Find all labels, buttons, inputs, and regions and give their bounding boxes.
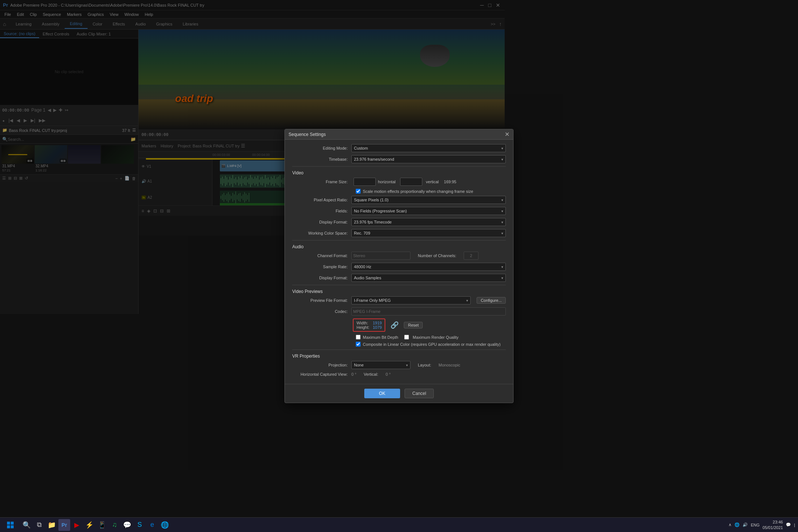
timebase-select[interactable]: 23.976 frames/second ▾ bbox=[351, 155, 505, 163]
dialog-title: Sequence Settings bbox=[289, 132, 326, 137]
pixel-aspect-label: Pixel Aspect Ratio: bbox=[292, 198, 351, 202]
channel-format-value: Stereo bbox=[351, 252, 410, 260]
fields-label: Fields: bbox=[292, 209, 351, 213]
sample-rate-row: Sample Rate: 48000 Hz ▾ bbox=[292, 263, 505, 271]
editing-mode-label: Editing Mode: bbox=[292, 146, 351, 150]
horizontal-label: horizontal bbox=[378, 180, 396, 184]
pixel-aspect-value: Square Pixels (1.0) bbox=[354, 198, 389, 202]
dialog-overlay: Sequence Settings ✕ Editing Mode: Custom… bbox=[0, 0, 505, 332]
width-value: 1919 bbox=[373, 321, 382, 325]
editing-mode-value: Custom bbox=[354, 146, 368, 150]
dialog-titlebar: Sequence Settings ✕ bbox=[285, 129, 505, 140]
aspect-ratio: 169:95 bbox=[444, 180, 457, 184]
audio-display-format-control: Audio Samples ▾ bbox=[351, 274, 505, 282]
audio-section-header: Audio bbox=[292, 244, 505, 249]
timebase-label: Timebase: bbox=[292, 157, 351, 161]
audio-display-format-value: Audio Samples bbox=[354, 276, 381, 280]
editing-mode-control: Custom ▾ bbox=[351, 144, 505, 152]
chevron-down-icon: ▾ bbox=[501, 231, 503, 235]
scale-label: Scale motion effects proportionally when… bbox=[363, 189, 473, 194]
height-value: 1079 bbox=[373, 325, 382, 330]
width-row: Width: 1919 bbox=[357, 321, 382, 325]
fields-row: Fields: No Fields (Progressive Scan) ▾ bbox=[292, 207, 505, 215]
pixel-aspect-select[interactable]: Square Pixels (1.0) ▾ bbox=[351, 196, 505, 204]
audio-display-format-row: Display Format: Audio Samples ▾ bbox=[292, 274, 505, 282]
editing-mode-select[interactable]: Custom ▾ bbox=[351, 144, 505, 152]
chevron-down-icon: ▾ bbox=[501, 146, 503, 150]
display-format-value: 23.976 fps Timecode bbox=[354, 220, 392, 224]
dialog-body: Editing Mode: Custom ▾ Timebase: 23.976 … bbox=[285, 140, 505, 332]
width-height-row: Width: 1919 Height: 1079 🔗 Reset bbox=[292, 318, 505, 332]
preview-file-format-value: I-Frame Only MPEG bbox=[354, 298, 391, 303]
codec-value: MPEG I-Frame bbox=[351, 307, 505, 316]
height-row: Height: 1079 bbox=[357, 325, 382, 330]
chevron-down-icon: ▾ bbox=[501, 198, 503, 202]
chevron-down-icon: ▾ bbox=[501, 209, 503, 213]
scale-checkbox[interactable] bbox=[356, 189, 361, 194]
working-color-label: Working Color Space: bbox=[292, 231, 351, 235]
codec-row: Codec: MPEG I-Frame bbox=[292, 307, 505, 316]
display-format-control: 23.976 fps Timecode ▾ bbox=[351, 218, 505, 226]
num-channels-value: 2 bbox=[464, 252, 478, 260]
num-channels-label: Number of Channels: bbox=[418, 253, 456, 258]
channel-format-label: Channel Format: bbox=[292, 253, 351, 258]
editing-mode-row: Editing Mode: Custom ▾ bbox=[292, 144, 505, 152]
audio-display-format-select[interactable]: Audio Samples ▾ bbox=[351, 274, 505, 282]
frame-width-input[interactable]: 2704 bbox=[354, 178, 376, 186]
codec-control: MPEG I-Frame bbox=[351, 307, 505, 316]
chevron-down-icon: ▾ bbox=[501, 157, 503, 161]
audio-display-format-label: Display Format: bbox=[292, 276, 351, 280]
timebase-control: 23.976 frames/second ▾ bbox=[351, 155, 505, 163]
working-color-value: Rec. 709 bbox=[354, 231, 370, 235]
timebase-value: 23.976 frames/second bbox=[354, 157, 394, 161]
display-format-label: Display Format: bbox=[292, 220, 351, 224]
working-color-control: Rec. 709 ▾ bbox=[351, 229, 505, 237]
video-section-header: Video bbox=[292, 170, 505, 175]
frame-size-row: Frame Size: 2704 horizontal 1520 vertica… bbox=[292, 178, 505, 186]
sample-rate-select[interactable]: 48000 Hz ▾ bbox=[351, 263, 505, 271]
channel-format-row: Channel Format: Stereo Number of Channel… bbox=[292, 252, 505, 260]
fields-select[interactable]: No Fields (Progressive Scan) ▾ bbox=[351, 207, 505, 215]
pixel-aspect-control: Square Pixels (1.0) ▾ bbox=[351, 196, 505, 204]
preview-file-format-label: Preview File Format: bbox=[292, 298, 351, 303]
configure-button[interactable]: Configure... bbox=[477, 297, 505, 304]
preview-file-format-select[interactable]: I-Frame Only MPEG ▾ bbox=[351, 296, 471, 304]
sequence-settings-dialog: Sequence Settings ✕ Editing Mode: Custom… bbox=[284, 129, 505, 332]
width-height-box: Width: 1919 Height: 1079 bbox=[353, 318, 385, 332]
reset-button[interactable]: Reset bbox=[404, 322, 423, 328]
display-format-select[interactable]: 23.976 fps Timecode ▾ bbox=[351, 218, 505, 226]
frame-size-label: Frame Size: bbox=[292, 180, 351, 184]
fields-control: No Fields (Progressive Scan) ▾ bbox=[351, 207, 505, 215]
scale-checkbox-row: Scale motion effects proportionally when… bbox=[292, 189, 505, 194]
chevron-down-icon: ▾ bbox=[501, 276, 503, 280]
chevron-down-icon: ▾ bbox=[501, 220, 503, 224]
height-label: Height: bbox=[357, 325, 371, 330]
working-color-row: Working Color Space: Rec. 709 ▾ bbox=[292, 229, 505, 237]
video-previews-header: Video Previews bbox=[292, 289, 505, 294]
chevron-down-icon: ▾ bbox=[501, 265, 503, 269]
link-aspect-icon[interactable]: 🔗 bbox=[391, 321, 399, 329]
vertical-label: vertical bbox=[426, 180, 439, 184]
preview-file-format-row: Preview File Format: I-Frame Only MPEG ▾… bbox=[292, 296, 505, 304]
chevron-down-icon: ▾ bbox=[466, 299, 468, 303]
working-color-select[interactable]: Rec. 709 ▾ bbox=[351, 229, 505, 237]
fields-value: No Fields (Progressive Scan) bbox=[354, 209, 407, 213]
width-label: Width: bbox=[357, 321, 371, 325]
sample-rate-value: 48000 Hz bbox=[354, 265, 371, 269]
timebase-row: Timebase: 23.976 frames/second ▾ bbox=[292, 155, 505, 163]
frame-height-input[interactable]: 1520 bbox=[400, 178, 422, 186]
sample-rate-control: 48000 Hz ▾ bbox=[351, 263, 505, 271]
codec-label: Codec: bbox=[292, 309, 351, 314]
pixel-aspect-row: Pixel Aspect Ratio: Square Pixels (1.0) … bbox=[292, 196, 505, 204]
display-format-row: Display Format: 23.976 fps Timecode ▾ bbox=[292, 218, 505, 226]
sample-rate-label: Sample Rate: bbox=[292, 265, 351, 269]
